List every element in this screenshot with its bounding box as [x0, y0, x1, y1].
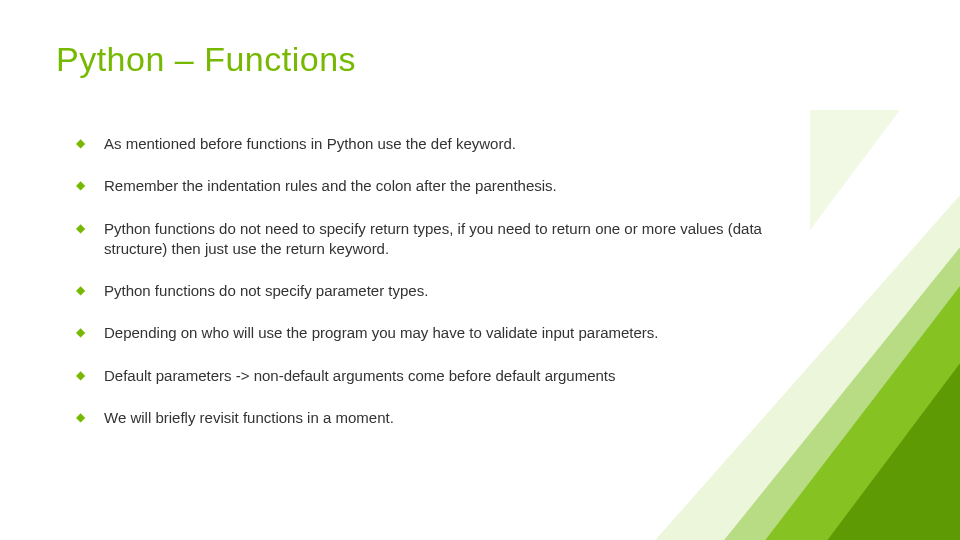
list-item: Depending on who will use the program yo… [76, 323, 816, 343]
list-item: Python functions do not need to specify … [76, 219, 816, 260]
bullet-list: As mentioned before functions in Python … [56, 134, 904, 428]
list-item: Python functions do not specify paramete… [76, 281, 816, 301]
slide-title: Python – Functions [56, 40, 904, 79]
slide: Python – Functions As mentioned before f… [0, 0, 960, 540]
list-item: As mentioned before functions in Python … [76, 134, 816, 154]
list-item: We will briefly revisit functions in a m… [76, 408, 816, 428]
list-item: Default parameters -> non-default argume… [76, 366, 816, 386]
list-item: Remember the indentation rules and the c… [76, 176, 816, 196]
